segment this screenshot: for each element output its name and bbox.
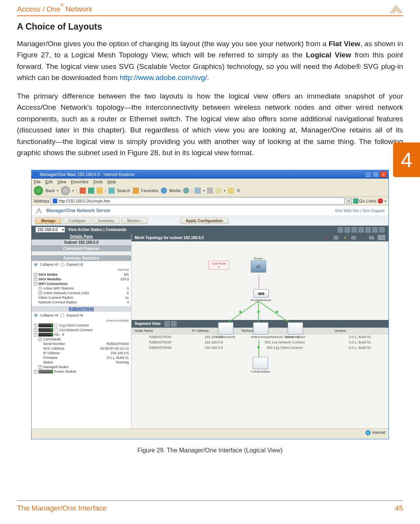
refresh-icon[interactable]: [88, 188, 94, 194]
menu-tools[interactable]: Tools: [93, 179, 103, 184]
mgr-links[interactable]: Strix Web Site | Strix Support: [335, 209, 385, 213]
address-bar: Address http://192.168.0.3/vc/main.htm ▾…: [32, 197, 388, 206]
expand-radio[interactable]: [60, 263, 64, 266]
menu-file[interactable]: File: [34, 179, 41, 184]
ie-toolbar: Back▾ ▾ | | Search Favorites Media | ▾ ▾: [32, 185, 388, 197]
col-node-name[interactable]: Node Name: [132, 328, 189, 334]
table-row[interactable]: R2B043T0040192.168.0.6802.11g Client Con…: [132, 345, 388, 350]
address-label: Address: [34, 199, 49, 203]
device-icon: [38, 370, 53, 373]
stop-icon[interactable]: [80, 188, 86, 194]
node-title[interactable]: R2B043T0040: [32, 306, 131, 312]
address-input[interactable]: http://192.168.0.3/vc/main.htm: [51, 198, 344, 204]
chapter-tab: 4: [393, 142, 420, 177]
view-icon-3[interactable]: [352, 227, 357, 233]
seg-icon-1[interactable]: [165, 321, 170, 326]
paragraph-1: Manager/One gives you the option of chan…: [17, 38, 403, 84]
tab-inventory[interactable]: Inventory: [93, 218, 120, 224]
print-icon[interactable]: [207, 188, 213, 194]
expand-radio-2[interactable]: [60, 313, 64, 317]
maximize-button[interactable]: □: [372, 171, 379, 177]
back-button[interactable]: Back: [45, 188, 55, 193]
subnet-dropdown[interactable]: 192.168.0.0: [35, 227, 65, 233]
lost-node-badge: Lost Node0: [208, 261, 229, 270]
close-button[interactable]: ×: [380, 171, 387, 177]
internet-zone-icon: [365, 430, 371, 435]
mgr-header: Manager/One Network Server Strix Web Sit…: [32, 206, 388, 216]
statusbar: Internet: [32, 429, 388, 436]
forward-button[interactable]: [61, 186, 70, 195]
menu-favorites[interactable]: Favorites: [71, 179, 88, 184]
view-icon-1[interactable]: [338, 227, 343, 233]
collapse-radio[interactable]: [34, 263, 38, 266]
router-node[interactable]: Router ⇄: [251, 257, 266, 273]
device-icon: [38, 323, 53, 327]
tab-configure[interactable]: Configure: [63, 218, 91, 224]
apply-button[interactable]: Apply Configuration: [180, 218, 228, 224]
svg-link[interactable]: http://www.adobe.com/svg/: [120, 74, 207, 82]
col-version[interactable]: Version: [332, 328, 388, 334]
media-button[interactable]: Media: [169, 188, 181, 193]
topo-node-4[interactable]: F1A46J40064: [251, 357, 270, 373]
device-icon: [38, 333, 53, 336]
topo-node-2[interactable]: R2B043T0040: [251, 322, 271, 339]
view-icon-2[interactable]: [345, 227, 350, 233]
favorites-button[interactable]: Favorites: [141, 188, 158, 193]
expand-icon[interactable]: +: [34, 278, 37, 281]
menu-edit[interactable]: Edit: [45, 179, 53, 184]
history-icon[interactable]: [183, 188, 189, 194]
topo-node-3[interactable]: B1A244N0002: [285, 322, 305, 339]
legend-toggle-icon[interactable]: [378, 235, 385, 240]
go-button[interactable]: Go: [353, 198, 365, 204]
subbar: 192.168.0.0 View Action Status | Command…: [32, 226, 388, 234]
menu-view[interactable]: View: [57, 179, 67, 184]
antenna-module-label: Antenna Module: [34, 319, 129, 322]
details-pane: Details Pane Subnet 192.168.0.0 Command …: [32, 234, 132, 429]
seg-icon-2[interactable]: [171, 321, 177, 326]
address-dropdown-icon[interactable]: ▾: [346, 198, 352, 204]
search-icon[interactable]: [108, 188, 115, 194]
divider: [17, 15, 403, 16]
view-icon-4[interactable]: [358, 227, 364, 233]
collapse-radio-2[interactable]: [34, 313, 38, 317]
summary-header[interactable]: Summary Statistics: [32, 255, 131, 261]
back-button-icon[interactable]: [34, 186, 43, 195]
expand-label: Expand All: [67, 263, 83, 266]
discuss-icon[interactable]: [228, 188, 234, 194]
logo-icon: [389, 5, 403, 14]
view-icon-5[interactable]: [365, 227, 371, 233]
mail-icon[interactable]: [195, 188, 201, 194]
minimize-button[interactable]: _: [365, 171, 372, 177]
details-pane-header: Details Pane: [32, 234, 131, 239]
window-title: Manager/One Main 192.168.0.3 - Internet …: [40, 172, 135, 177]
legend-x-red-icon: ✕: [324, 235, 330, 240]
topo-node-1[interactable]: F1A45C0005t: [216, 322, 235, 339]
home-icon[interactable]: [97, 188, 103, 194]
media-icon[interactable]: [161, 188, 167, 194]
subbar-text[interactable]: View Action Status | Commands: [68, 228, 127, 232]
expand-icon[interactable]: +: [34, 273, 37, 276]
window-titlebar: Manager/One Main 192.168.0.3 - Internet …: [32, 170, 388, 179]
tab-manage[interactable]: Manage: [35, 218, 61, 224]
table-row[interactable]: R2B043T0040192.168.0.9802.11a Network Co…: [132, 340, 388, 345]
view-icon-6[interactable]: [372, 227, 378, 233]
app-screenshot: Manager/One Main 192.168.0.3 - Internet …: [31, 170, 389, 439]
tabs-row: Manage Configure Inventory Monitor ! App…: [32, 216, 388, 226]
header-title: Access / One® Network: [17, 5, 92, 13]
search-button[interactable]: Search: [117, 188, 130, 193]
links-label[interactable]: Links: [366, 199, 376, 203]
menubar: File Edit View Favorites Tools Help: [32, 179, 388, 185]
ie-icon: [33, 172, 38, 177]
collapse-icon[interactable]: −: [34, 282, 37, 286]
favorites-icon[interactable]: [133, 188, 139, 194]
tab-monitor[interactable]: Monitor !: [122, 218, 148, 224]
cmd-progress-header[interactable]: Command Progress: [32, 246, 131, 251]
hub-node[interactable]: ▮▮▮▮ RouterNetwork: [251, 289, 271, 302]
topology-canvas[interactable]: Lost Node0 Router ⇄ ▮▮▮▮ RouterNetwork: [132, 241, 388, 320]
norton-icon[interactable]: [378, 198, 383, 204]
menu-help[interactable]: Help: [107, 179, 116, 184]
wifi-conn-label: WiFi Connections: [38, 282, 68, 286]
legend-blank-icon: [360, 235, 365, 240]
view-icon-7[interactable]: [379, 227, 385, 233]
edit-icon[interactable]: [215, 188, 222, 194]
